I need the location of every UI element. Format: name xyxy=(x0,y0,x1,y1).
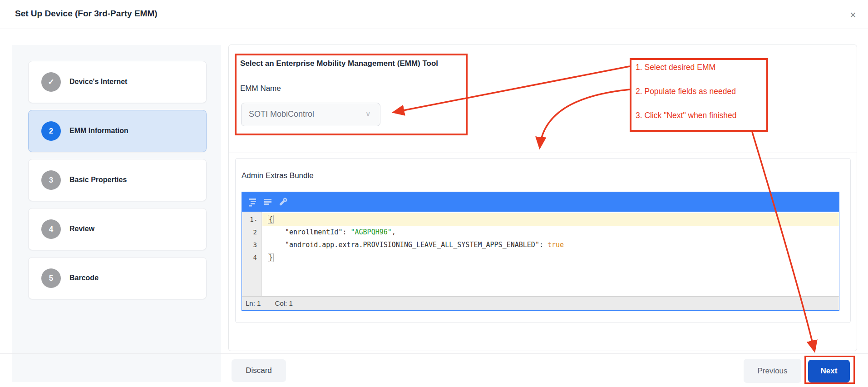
emm-section-heading: Select an Enterprise Mobility Management… xyxy=(240,59,438,68)
code-lines: { "enrollmentId": "AGBPQH96", "android.a… xyxy=(262,213,839,264)
code-line-1: { xyxy=(262,213,839,226)
step-number-badge: 3 xyxy=(41,170,61,190)
sidebar-item-review[interactable]: 4 Review xyxy=(28,208,207,250)
emm-select-value: SOTI MobiControl xyxy=(249,109,314,119)
next-button[interactable]: Next xyxy=(808,360,850,382)
step-label: Basic Properties xyxy=(69,176,127,184)
step-number-badge: 2 xyxy=(41,121,61,141)
dialog-title: Set Up Device (For 3rd-Party EMM) xyxy=(15,9,158,19)
repair-icon[interactable] xyxy=(277,196,289,208)
gutter-line-number: 4 xyxy=(242,251,261,264)
gutter-line-number: 3 xyxy=(242,238,261,251)
json-editor-toolbar xyxy=(242,192,839,212)
step-label: Barcode xyxy=(69,274,99,282)
step-content-panel: Select an Enterprise Mobility Management… xyxy=(228,45,857,351)
code-line-4: } xyxy=(262,251,839,264)
discard-button[interactable]: Discard xyxy=(232,359,286,382)
step-number-badge: 5 xyxy=(41,268,61,288)
setup-device-dialog: Set Up Device (For 3rd-Party EMM) × ✓ De… xyxy=(0,0,868,387)
dialog-header: Set Up Device (For 3rd-Party EMM) × xyxy=(0,0,868,29)
cursor-col-indicator: Col: 1 xyxy=(275,299,293,307)
emm-name-label: EMM Name xyxy=(240,84,281,93)
gutter-line-number[interactable]: 1▾ xyxy=(242,213,261,226)
admin-extras-heading: Admin Extras Bundle xyxy=(242,171,314,180)
emm-name-select[interactable]: SOTI MobiControl ∨ xyxy=(241,103,380,126)
step-number-badge: 4 xyxy=(41,219,61,239)
section-divider xyxy=(229,153,857,153)
gutter-line-number: 2 xyxy=(242,226,261,238)
editor-status-bar: Ln: 1 Col: 1 xyxy=(242,296,839,310)
step-complete-badge: ✓ xyxy=(41,72,61,92)
admin-extras-card: Admin Extras Bundle xyxy=(235,158,851,323)
check-icon: ✓ xyxy=(48,78,54,86)
sidebar-item-basic-properties[interactable]: 3 Basic Properties xyxy=(28,159,207,201)
cursor-line-indicator: Ln: 1 xyxy=(246,299,261,307)
previous-button[interactable]: Previous xyxy=(744,359,801,383)
sidebar-item-barcode[interactable]: 5 Barcode xyxy=(28,257,207,299)
json-editor-text-area[interactable]: 1▾ 2 3 4 { "enrollmentId": "AGBPQH96", "… xyxy=(242,212,839,297)
step-label: EMM Information xyxy=(69,127,128,135)
format-icon[interactable] xyxy=(247,196,258,208)
chevron-down-icon: ∨ xyxy=(365,109,371,119)
footer-divider xyxy=(0,353,868,354)
json-editor: 1▾ 2 3 4 { "enrollmentId": "AGBPQH96", "… xyxy=(242,192,839,311)
code-line-3: "android.app.extra.PROVISIONING_LEAVE_AL… xyxy=(262,238,839,251)
sidebar-item-emm-information[interactable]: 2 EMM Information xyxy=(28,110,207,152)
sidebar-item-devices-internet[interactable]: ✓ Device's Internet xyxy=(28,61,207,103)
close-icon[interactable]: × xyxy=(845,7,861,23)
wizard-steps-sidebar: ✓ Device's Internet 2 EMM Information 3 … xyxy=(12,45,221,382)
step-label: Device's Internet xyxy=(69,78,127,86)
compact-icon[interactable] xyxy=(262,196,274,208)
step-label: Review xyxy=(69,225,94,233)
fold-caret-icon[interactable]: ▾ xyxy=(255,218,257,223)
editor-gutter: 1▾ 2 3 4 xyxy=(242,212,262,297)
code-line-2: "enrollmentId": "AGBPQH96", xyxy=(262,226,839,238)
